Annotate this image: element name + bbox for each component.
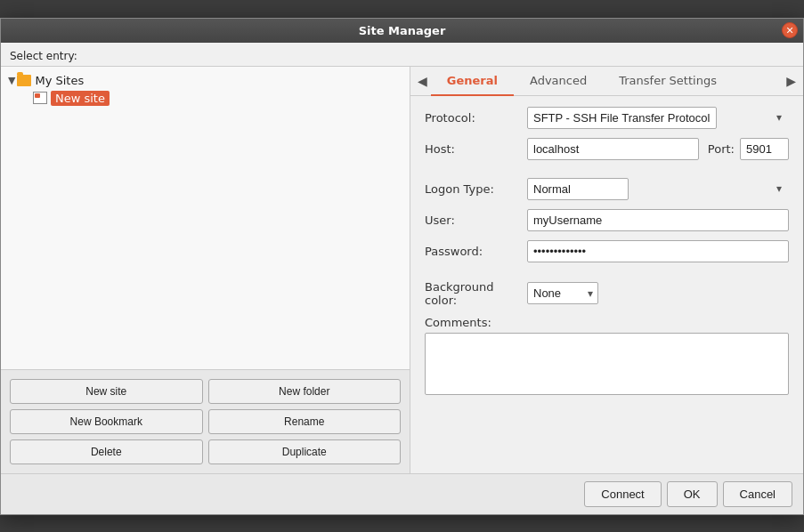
tab-advanced[interactable]: Advanced — [514, 67, 603, 96]
tabs-bar: ◀ General Advanced Transfer Settings ▶ — [410, 67, 803, 96]
delete-button[interactable]: Delete — [10, 439, 203, 464]
folder-icon — [17, 75, 31, 86]
rename-button[interactable]: Rename — [208, 409, 402, 434]
new-site-label: New site — [51, 91, 110, 106]
bg-color-row: Background color: None Red Green Blue Ye… — [425, 280, 789, 307]
user-label: User: — [425, 214, 527, 227]
tree-item-my-sites[interactable]: ▼ My Sites — [4, 72, 406, 89]
host-input[interactable] — [527, 138, 699, 160]
cancel-button[interactable]: Cancel — [723, 481, 792, 507]
close-icon: ✕ — [785, 25, 793, 36]
site-manager-dialog: Site Manager ✕ Select entry: ▼ My Sites — [0, 18, 804, 515]
close-button[interactable]: ✕ — [782, 22, 798, 38]
collapse-arrow: ▼ — [8, 75, 15, 86]
titlebar: Site Manager ✕ — [1, 19, 803, 43]
password-label: Password: — [425, 245, 527, 258]
tree-area: ▼ My Sites New site — [1, 67, 410, 369]
bg-color-select-wrapper: None Red Green Blue Yellow — [527, 282, 598, 304]
main-content: ▼ My Sites New site New site New folder … — [1, 66, 803, 473]
logon-type-select-wrapper: Normal Anonymous Ask for password Intera… — [527, 178, 789, 200]
protocol-select[interactable]: SFTP - SSH File Transfer Protocol — [527, 107, 717, 129]
host-label: Host: — [425, 142, 527, 156]
ok-button[interactable]: OK — [667, 481, 718, 507]
logon-type-label: Logon Type: — [425, 182, 527, 196]
new-folder-button[interactable]: New folder — [208, 379, 402, 404]
my-sites-label: My Sites — [35, 74, 84, 87]
password-row: Password: — [425, 240, 789, 262]
new-site-button[interactable]: New site — [10, 379, 203, 404]
connect-button[interactable]: Connect — [584, 481, 661, 507]
new-bookmark-button[interactable]: New Bookmark — [10, 409, 203, 434]
protocol-label: Protocol: — [425, 111, 527, 125]
comments-label: Comments: — [425, 316, 789, 329]
site-item-new-site[interactable]: New site — [29, 89, 406, 108]
tree-child: New site — [4, 89, 406, 108]
bg-color-select[interactable]: None Red Green Blue Yellow — [527, 282, 598, 304]
form-area: Protocol: SFTP - SSH File Transfer Proto… — [410, 96, 803, 473]
tab-general[interactable]: General — [431, 67, 514, 96]
port-label: Port: — [708, 142, 735, 156]
site-icon — [33, 92, 47, 104]
logon-type-row: Logon Type: Normal Anonymous Ask for pas… — [425, 178, 789, 200]
password-input[interactable] — [527, 240, 789, 262]
tab-left-arrow[interactable]: ◀ — [414, 74, 431, 88]
left-panel: ▼ My Sites New site New site New folder … — [1, 67, 410, 473]
tab-right-arrow[interactable]: ▶ — [783, 74, 800, 88]
comments-section: Comments: — [425, 316, 789, 398]
duplicate-button[interactable]: Duplicate — [208, 439, 402, 464]
host-port-row: Host: Port: — [425, 138, 789, 160]
select-entry-label: Select entry: — [1, 43, 803, 66]
protocol-row: Protocol: SFTP - SSH File Transfer Proto… — [425, 107, 789, 129]
comments-textarea[interactable] — [425, 333, 789, 395]
bottom-bar: Connect OK Cancel — [1, 473, 803, 514]
right-panel: ◀ General Advanced Transfer Settings ▶ P… — [410, 67, 803, 473]
protocol-select-wrapper: SFTP - SSH File Transfer Protocol — [527, 107, 789, 129]
port-input[interactable] — [740, 138, 789, 160]
logon-type-select[interactable]: Normal Anonymous Ask for password Intera… — [527, 178, 629, 200]
user-input[interactable] — [527, 209, 789, 231]
tab-transfer-settings[interactable]: Transfer Settings — [603, 67, 733, 96]
dialog-title: Site Manager — [359, 24, 446, 37]
button-grid: New site New folder New Bookmark Rename … — [1, 369, 410, 473]
bg-color-label: Background color: — [425, 280, 527, 307]
user-row: User: — [425, 209, 789, 231]
